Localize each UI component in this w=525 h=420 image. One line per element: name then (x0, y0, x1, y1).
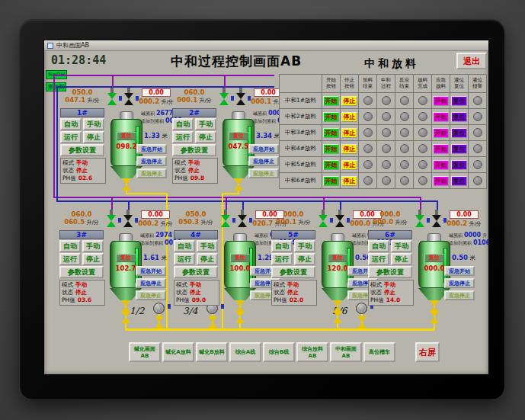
emergency-discharge-button[interactable]: 开始 (433, 112, 449, 122)
auto-button[interactable]: 自动 (59, 240, 81, 252)
start-button[interactable]: 开始 (323, 96, 339, 106)
params-button[interactable]: 参数设置 (368, 266, 412, 278)
emergency-stop2-button[interactable]: 应急停止 (136, 290, 166, 300)
emergency-start-button[interactable]: 应急开始 (136, 144, 167, 154)
nav-button[interactable]: 高位槽车 (363, 342, 395, 362)
start-button[interactable]: 开始 (323, 144, 339, 154)
tank-reset-button[interactable]: 复位 (116, 254, 136, 262)
run-button[interactable]: 运行 (172, 131, 194, 143)
manual-button[interactable]: 手动 (391, 240, 412, 252)
naoh-valve-icon[interactable] (107, 93, 117, 105)
additive-valve-icon[interactable] (236, 93, 245, 105)
level-reset-button[interactable]: 复位 (451, 160, 467, 170)
stop-button[interactable]: 停止 (82, 253, 104, 265)
level-reset-button[interactable]: 复位 (451, 96, 467, 106)
nav-button[interactable]: 碱化B放料 (196, 342, 228, 362)
additive-valve-icon[interactable] (123, 215, 133, 227)
stop-button[interactable]: 停止 (341, 128, 357, 138)
additive-valve-icon[interactable] (238, 215, 247, 227)
naoh-valve-icon[interactable] (219, 93, 229, 105)
emergency-start-button[interactable]: 应急开始 (444, 266, 475, 276)
nav-button[interactable]: 综合放料AB (296, 342, 328, 362)
manual-button[interactable]: 手动 (294, 240, 315, 252)
stop-button[interactable]: 停止 (195, 131, 216, 143)
stop-button[interactable]: 停止 (341, 160, 357, 170)
level-reset-button[interactable]: 复位 (451, 112, 467, 122)
additive-valve-icon[interactable] (335, 215, 344, 227)
nav-button[interactable]: 综合A线 (229, 342, 261, 362)
auto-button[interactable]: 自动 (368, 240, 389, 252)
run-button[interactable]: 运行 (174, 253, 195, 265)
discharge-valve-icon[interactable] (333, 311, 342, 323)
auto-button[interactable]: 自动 (174, 240, 195, 252)
stop-button[interactable]: 停止 (341, 144, 357, 154)
emergency-discharge-button[interactable]: 开始 (433, 96, 449, 106)
level-reset-button[interactable]: 复位 (451, 176, 467, 186)
start-button[interactable]: 开始 (323, 160, 339, 170)
right-screen-button[interactable]: 右屏 (415, 342, 440, 362)
emergency-stop-button[interactable]: 应急停止 (136, 156, 167, 166)
naoh-valve-icon[interactable] (319, 215, 328, 227)
manual-button[interactable]: 手动 (197, 240, 218, 252)
emergency-stop2-button[interactable]: 应急停止 (248, 168, 279, 178)
discharge-valve-icon[interactable] (357, 316, 367, 329)
emergency-start-button[interactable]: 应急开始 (136, 266, 166, 276)
stop-button[interactable]: 停止 (294, 253, 315, 265)
naoh-valve-icon[interactable] (107, 215, 116, 227)
stop-button[interactable]: 停止 (341, 96, 357, 106)
auto-button[interactable]: 自动 (271, 240, 293, 252)
discharge-valve-icon[interactable] (121, 311, 130, 323)
level-reset-button[interactable]: 复位 (451, 128, 467, 138)
discharge-valve-icon[interactable] (155, 316, 164, 329)
additive-valve-icon[interactable] (124, 93, 133, 105)
start-button[interactable]: 开始 (323, 128, 339, 138)
emergency-stop-button[interactable]: 应急停止 (136, 278, 166, 288)
manual-button[interactable]: 手动 (83, 118, 104, 130)
emergency-stop2-button[interactable]: 应急停止 (444, 290, 475, 300)
discharge-valve-icon[interactable] (234, 178, 243, 191)
nav-button[interactable]: 中和画面AB (330, 342, 362, 362)
stop-button[interactable]: 停止 (197, 253, 218, 265)
emergency-stop2-button[interactable]: 应急停止 (136, 168, 167, 178)
naoh-valve-icon[interactable] (221, 215, 230, 227)
nav-button[interactable]: 综合B线 (263, 342, 295, 362)
discharge-valve-icon[interactable] (208, 316, 217, 329)
run-button[interactable]: 运行 (271, 253, 293, 265)
stop-button[interactable]: 停止 (83, 131, 104, 143)
auto-button[interactable]: 自动 (60, 118, 82, 130)
emergency-start-button[interactable]: 应急开始 (248, 144, 279, 154)
emergency-stop-button[interactable]: 应急停止 (444, 278, 475, 288)
level-reset-button[interactable]: 复位 (451, 144, 467, 154)
stop-button[interactable]: 停止 (341, 112, 357, 122)
exit-button[interactable]: 退出 (456, 53, 487, 69)
emergency-discharge-button[interactable]: 开始 (433, 128, 449, 138)
naoh-valve-icon[interactable] (415, 215, 424, 227)
emergency-discharge-button[interactable]: 开始 (433, 160, 449, 170)
run-button[interactable]: 运行 (59, 253, 81, 265)
emergency-stop-button[interactable]: 应急停止 (248, 156, 279, 166)
emergency-discharge-button[interactable]: 开始 (433, 176, 449, 186)
manual-button[interactable]: 手动 (195, 118, 216, 130)
manual-button[interactable]: 手动 (82, 240, 104, 252)
params-button[interactable]: 参数设置 (271, 266, 315, 278)
start-button[interactable]: 开始 (323, 112, 339, 122)
params-button[interactable]: 参数设置 (174, 266, 218, 278)
start-button[interactable]: 开始 (323, 176, 339, 186)
nav-button[interactable]: 碱化画面AB (129, 342, 161, 362)
params-button[interactable]: 参数设置 (59, 266, 104, 278)
discharge-valve-icon[interactable] (235, 311, 245, 323)
auto-button[interactable]: 自动 (172, 118, 194, 130)
discharge-valve-icon[interactable] (122, 178, 131, 191)
discharge-valve-icon[interactable] (430, 311, 439, 323)
stop-button[interactable]: 停止 (341, 176, 357, 186)
tank-reset-button[interactable]: 复位 (229, 132, 248, 140)
tank-reset-button[interactable]: 复位 (117, 132, 136, 140)
nav-button[interactable]: 碱化A放料 (162, 342, 194, 362)
window-titlebar[interactable]: 中和画面AB (44, 40, 488, 51)
run-button[interactable]: 运行 (60, 131, 82, 143)
params-button[interactable]: 参数设置 (60, 144, 104, 156)
tank-reset-button[interactable]: 复位 (230, 254, 250, 262)
tank-reset-button[interactable]: 复位 (424, 254, 444, 262)
stop-button[interactable]: 停止 (391, 253, 412, 265)
params-button[interactable]: 参数设置 (172, 144, 216, 156)
